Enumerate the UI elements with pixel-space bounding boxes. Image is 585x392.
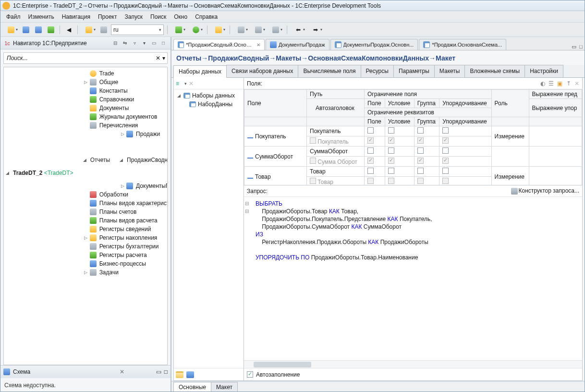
dcs-tab-datasets[interactable]: Наборы данных: [173, 65, 227, 78]
collapse-all-button[interactable]: ⊟: [111, 39, 120, 47]
col-expr[interactable]: Выражение пред: [529, 90, 582, 99]
dcs-tab-resources[interactable]: Ресурсы: [361, 65, 394, 77]
delete-dataset-button[interactable]: ✕: [189, 80, 194, 87]
tree-item-reports[interactable]: ◢Отчеты ▷Продажи ◢ПродажиСводный Реквизи…: [83, 130, 168, 190]
tree-item[interactable]: Планы счетов: [83, 208, 168, 216]
dcs-tab-links[interactable]: Связи наборов данных: [226, 65, 298, 77]
lang-icon-button[interactable]: [98, 24, 109, 35]
grid-row[interactable]: СуммаОборотСуммаОборот: [244, 147, 582, 157]
tree-item[interactable]: Планы видов расчета: [83, 216, 168, 225]
col-path[interactable]: Путь: [307, 90, 365, 99]
col-role[interactable]: Роль: [491, 90, 529, 117]
menu-project[interactable]: Проект: [95, 12, 120, 22]
tree-item[interactable]: Константы: [83, 86, 168, 95]
minimize-button[interactable]: ▭: [156, 368, 161, 375]
close-tab-icon[interactable]: ✕: [256, 42, 260, 48]
tree-root[interactable]: ◢TradeDT_2 <TradeDT> Trade ▷Общие Конста…: [6, 69, 166, 277]
editor-tab[interactable]: *ПродажиСводный.Основн...✕: [173, 39, 265, 50]
tree-item[interactable]: Обработки: [83, 190, 168, 199]
maximize-button[interactable]: □: [159, 39, 168, 47]
tree-item[interactable]: Журналы документов: [83, 112, 168, 121]
col-field-restr[interactable]: Ограничение поля: [365, 90, 492, 99]
language-combo[interactable]: ru: [111, 24, 164, 35]
run-button[interactable]: [188, 24, 204, 35]
clear-search-icon[interactable]: ✕: [156, 55, 160, 61]
search-menu-icon[interactable]: ▾: [162, 55, 165, 61]
editor-tab[interactable]: ДокументыПродаж.Основн...: [330, 39, 418, 50]
fields-tool-1[interactable]: ◐: [540, 80, 545, 87]
col-sub-field[interactable]: Поле: [365, 99, 385, 108]
tree-item[interactable]: Планы видов характеристик: [83, 199, 168, 208]
tree-item[interactable]: Регистры бухгалтерии: [83, 242, 168, 251]
bottom-tab-main[interactable]: Основные: [173, 382, 211, 392]
fields-tool-4[interactable]: ⤒: [566, 80, 571, 87]
new-button[interactable]: [3, 24, 19, 35]
col-sub-cond[interactable]: Условие: [385, 99, 414, 108]
col-sub-order[interactable]: Упорядочивание: [439, 99, 491, 108]
debug-button[interactable]: [171, 24, 186, 35]
tree-item[interactable]: Бизнес-процессы: [83, 259, 168, 268]
tree-item[interactable]: ▷ДокументыПродаж: [120, 182, 168, 190]
col-req-restr[interactable]: Ограничение реквизитов: [365, 108, 492, 117]
autofill-checkbox[interactable]: [247, 371, 253, 378]
refresh-button[interactable]: [46, 24, 56, 35]
dcs-tab-calc[interactable]: Вычисляемые поля: [298, 65, 361, 77]
nav-fwd-button[interactable]: ➡: [308, 24, 323, 35]
filter-button[interactable]: ▿: [130, 39, 139, 47]
tree-item[interactable]: ▷Общие: [83, 78, 168, 86]
tree-item[interactable]: ▷Продажи: [120, 130, 168, 138]
fields-tool-3[interactable]: ▣: [557, 80, 562, 87]
schema-close[interactable]: ✕: [120, 368, 124, 375]
dcs-tab-settings[interactable]: Настройки: [524, 65, 563, 77]
query-h-scrollbar[interactable]: [244, 360, 582, 368]
nav-back-button[interactable]: ⬅: [291, 24, 306, 35]
save-button[interactable]: [21, 24, 31, 35]
col-expr2[interactable]: Выражение упор: [529, 99, 582, 117]
col-autotitle[interactable]: Автозаголовок: [307, 99, 365, 117]
tree-item[interactable]: Документы: [83, 104, 168, 112]
add-menu-icon[interactable]: ▾: [184, 81, 187, 86]
link-editor-button[interactable]: ⇆: [121, 39, 129, 47]
tree-item[interactable]: Регистры сведений: [83, 225, 168, 233]
editor-tab[interactable]: *Продажи.ОсновнаяСхема...: [419, 39, 506, 50]
navigator-tree[interactable]: ◢TradeDT_2 <TradeDT> Trade ▷Общие Конста…: [3, 67, 168, 365]
maximize-button[interactable]: □: [579, 44, 583, 50]
add-dataset-button[interactable]: ≡: [176, 80, 183, 87]
fields-grid[interactable]: Поле Путь Ограничение поля Роль Выражени…: [244, 89, 582, 185]
tree-item[interactable]: Регистры расчета: [83, 251, 168, 259]
bottom-tab-layout[interactable]: Макет: [211, 382, 238, 392]
menu-help[interactable]: Справка: [192, 12, 220, 22]
dataset-tree[interactable]: ◢Наборы данных НаборДанны: [174, 89, 244, 368]
col-field[interactable]: Поле: [244, 90, 307, 117]
dcs-tab-params[interactable]: Параметры: [393, 65, 435, 77]
grid-row[interactable]: ТоварТоварИзмерение: [244, 167, 582, 177]
tree-item[interactable]: ▷Регистры накопления: [83, 233, 168, 242]
minimize-button[interactable]: ▭: [149, 39, 158, 47]
view-menu-button[interactable]: ▾: [140, 39, 148, 47]
tree-item[interactable]: Справочники: [83, 95, 168, 104]
link-button[interactable]: [81, 24, 97, 35]
menu-navigation[interactable]: Навигация: [59, 12, 93, 22]
tree-item[interactable]: Перечисления: [83, 121, 168, 130]
menu-edit[interactable]: Изменить: [25, 12, 57, 22]
back-button[interactable]: ◀: [63, 24, 74, 35]
navigator-search[interactable]: Поиск... ✕▾: [3, 52, 168, 64]
wand-button[interactable]: [211, 24, 226, 35]
query-designer-link[interactable]: Конструктор запроса...: [511, 187, 579, 195]
fields-tool-5[interactable]: ✕: [574, 80, 579, 87]
tree-item-sales-summary[interactable]: ◢ПродажиСводный Реквизиты Табличные част…: [120, 138, 168, 182]
menu-file[interactable]: Файл: [3, 12, 24, 22]
dcs-tab-nested[interactable]: Вложенные схемы: [464, 65, 525, 77]
menu-search[interactable]: Поиск: [147, 12, 169, 22]
tree-item[interactable]: ▷Задачи: [83, 268, 168, 277]
editor-tab[interactable]: ДокументыПродаж: [266, 39, 329, 50]
tool3-button[interactable]: [268, 24, 283, 35]
save-all-button[interactable]: [33, 24, 44, 35]
menu-run[interactable]: Запуск: [122, 12, 146, 22]
minimize-button[interactable]: ▭: [572, 44, 576, 50]
menu-window[interactable]: Окно: [171, 12, 190, 22]
query-text[interactable]: ⊟⊟ ВЫБРАТЬ ПродажиОбороты.Товар КАК Това…: [244, 197, 582, 360]
fields-tool-2[interactable]: ☰: [548, 80, 554, 87]
save-icon[interactable]: [186, 371, 194, 378]
tool1-button[interactable]: [233, 24, 249, 35]
